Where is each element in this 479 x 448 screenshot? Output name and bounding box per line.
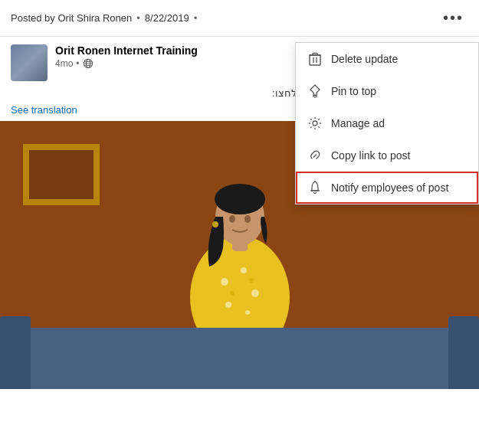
author-info: Orit Ronen Internet Training 4mo • bbox=[55, 44, 198, 69]
post-header: Posted by Orit Shira Ronen • 8/22/2019 •… bbox=[0, 0, 479, 37]
svg-point-15 bbox=[215, 184, 265, 214]
separator-dot2: • bbox=[194, 12, 198, 24]
author-name: Orit Ronen Internet Training bbox=[55, 44, 198, 57]
avatar bbox=[11, 44, 48, 81]
menu-label-notify: Notify employees of post bbox=[331, 181, 448, 194]
svg-point-7 bbox=[241, 267, 247, 273]
bell-icon bbox=[308, 181, 322, 195]
posted-by-label: Posted by Orit Shira Ronen bbox=[11, 12, 132, 24]
menu-item-pin[interactable]: Pin to top bbox=[296, 75, 478, 107]
svg-point-8 bbox=[251, 289, 259, 297]
gear-icon bbox=[308, 116, 322, 130]
more-options-button[interactable]: ••• bbox=[438, 8, 468, 28]
svg-point-10 bbox=[245, 310, 250, 315]
menu-label-delete: Delete update bbox=[331, 53, 398, 65]
dropdown-menu: Delete update Pin to top Manage ad bbox=[295, 42, 479, 204]
separator-dot: • bbox=[136, 12, 140, 24]
post-date: 8/22/2019 bbox=[145, 12, 189, 24]
menu-label-manage-ad: Manage ad bbox=[331, 117, 385, 129]
sofa-arm-left bbox=[0, 316, 31, 389]
separator: • bbox=[76, 58, 79, 69]
svg-point-17 bbox=[244, 215, 251, 223]
globe-icon bbox=[83, 58, 94, 69]
pin-icon bbox=[308, 84, 322, 98]
trash-icon bbox=[308, 52, 322, 66]
avatar-image bbox=[11, 44, 48, 81]
svg-point-26 bbox=[313, 121, 317, 126]
menu-item-copy-link[interactable]: Copy link to post bbox=[296, 139, 478, 172]
menu-item-notify-employees[interactable]: Notify employees of post bbox=[296, 172, 478, 204]
menu-label-pin: Pin to top bbox=[331, 85, 376, 97]
post-header-info: Posted by Orit Shira Ronen • 8/22/2019 • bbox=[11, 12, 197, 24]
time-ago: 4mo bbox=[55, 58, 73, 69]
svg-point-12 bbox=[249, 278, 254, 283]
wall-frame-left bbox=[23, 144, 100, 205]
svg-point-6 bbox=[221, 278, 228, 286]
link-icon bbox=[308, 149, 322, 162]
menu-item-manage-ad[interactable]: Manage ad bbox=[296, 107, 478, 139]
svg-point-9 bbox=[225, 302, 231, 308]
sofa bbox=[0, 328, 479, 389]
menu-label-copy-link: Copy link to post bbox=[331, 149, 411, 162]
svg-point-18 bbox=[212, 221, 218, 227]
post-meta: 4mo • bbox=[55, 58, 198, 69]
see-translation-button[interactable]: See translation bbox=[11, 104, 77, 116]
svg-rect-21 bbox=[310, 55, 320, 65]
menu-item-delete[interactable]: Delete update bbox=[296, 43, 478, 75]
svg-point-16 bbox=[229, 215, 235, 223]
svg-point-11 bbox=[230, 291, 235, 296]
sofa-arm-right bbox=[448, 316, 479, 389]
